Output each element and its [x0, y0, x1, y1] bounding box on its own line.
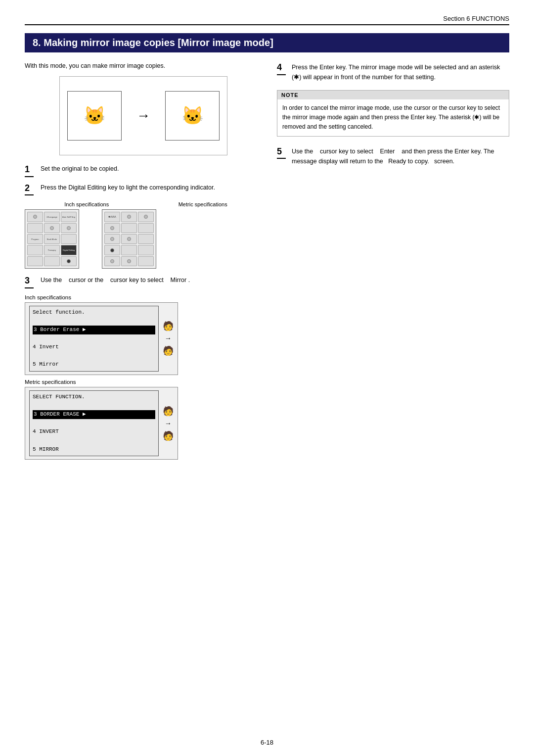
mirror-inner: 🐱 → 🐱: [67, 91, 220, 141]
kk: [104, 234, 120, 244]
step-3-number: 3: [25, 276, 36, 288]
kk: [121, 256, 137, 266]
lcd-inch-line4: 5 Mirror: [33, 360, 155, 369]
kk: [27, 245, 43, 255]
right-column: 4 Press the Enter key. The mirror image …: [277, 62, 509, 462]
mirrored-cat: 🐱: [165, 91, 220, 141]
kbd-inch-panel: ⊙/Language Auto Sel/Filing Program Book …: [25, 209, 79, 269]
step-4: 4 Press the Enter key. The mirror image …: [277, 62, 509, 82]
kk: [138, 256, 154, 266]
kk: [104, 223, 120, 233]
intro-text: With this mode, you can make mirror imag…: [25, 62, 262, 69]
kk: [121, 212, 137, 222]
arrow-icon: →: [136, 108, 150, 124]
note-box: NOTE In order to cancel the mirror image…: [277, 90, 509, 137]
lcd-inch-icons: 🧑 → 🧑: [163, 306, 174, 372]
page-number: 6-18: [261, 739, 273, 746]
kk: [27, 223, 43, 233]
content-columns: With this mode, you can make mirror imag…: [25, 62, 509, 462]
person-icon-3: 🧑: [163, 406, 174, 417]
step-1-text: Set the original to be copied.: [41, 164, 119, 174]
original-cat: 🐱: [67, 91, 122, 141]
lcd-metric-line4: 5 MIRROR: [33, 445, 155, 454]
section-title: Section 6 FUNCTIONS: [443, 15, 509, 22]
kk: [44, 256, 60, 266]
kk: Digital Editing: [61, 245, 77, 255]
section-header: Section 6 FUNCTIONS: [25, 15, 509, 25]
step-5: 5 Use the cursor key to select Enter and…: [277, 146, 509, 166]
page: Section 6 FUNCTIONS 8. Making mirror ima…: [0, 0, 534, 756]
kbd-panels: ⊙/Language Auto Sel/Filing Program Book …: [25, 209, 262, 269]
kk: [121, 223, 137, 233]
lcd-inch-screen: Select function. 3 Border Erase ▶ 4 Inve…: [29, 306, 159, 372]
step-2-text: Press the Digital Editing key to light t…: [41, 183, 215, 192]
kk: [138, 212, 154, 222]
kk: [138, 223, 154, 233]
lcd-inch-line1: Select function.: [33, 308, 155, 317]
arrow-icon-lcd: →: [166, 334, 170, 342]
note-body: In order to cancel the mirror image mode…: [277, 99, 509, 136]
step-4-text: Press the Enter key. The mirror image mo…: [292, 62, 509, 82]
step-2-number: 2: [25, 183, 36, 196]
step-1-number: 1: [25, 164, 36, 177]
kk: [121, 245, 137, 255]
mirror-illustration: 🐱 → 🐱: [59, 76, 227, 155]
metric-spec-label: Metric specifications: [25, 379, 262, 385]
lcd-inch-line2: 3 Border Erase ▶: [33, 326, 155, 334]
step-2: 2 Press the Digital Editing key to light…: [25, 183, 262, 196]
step-3: 3 Use the cursor or the cursor key to se…: [25, 276, 262, 460]
step-4-number: 4: [277, 62, 288, 75]
kk: [138, 245, 154, 255]
kk: [61, 234, 77, 244]
kbd-labels: Inch specifications Metric specification…: [25, 201, 262, 207]
kk: Transpcy: [44, 245, 60, 255]
kk: Program: [27, 234, 43, 244]
inch-spec-label: Inch specifications: [25, 294, 262, 300]
lcd-inch-line3: 4 Invert: [33, 343, 155, 352]
lcd-metric-icons: 🧑 → 🧑: [163, 390, 174, 456]
lcd-metric-line2: 3 BORDER ERASE ▶: [33, 410, 155, 419]
kk: [61, 256, 77, 266]
keyboard-section: Inch specifications Metric specification…: [25, 201, 262, 269]
kbd-metric-grid: ✱/AAA: [104, 212, 154, 266]
kk: Auto Sel/Filing: [61, 212, 77, 222]
kk: [138, 234, 154, 244]
lcd-metric-box: SELECT FUNCTION. 3 BORDER ERASE ▶ 4 INVE…: [25, 387, 178, 460]
kk: ✱/AAA: [104, 212, 120, 222]
kk: [121, 234, 137, 244]
step-5-inner: 5 Use the cursor key to select Enter and…: [277, 146, 509, 166]
metric-spec-label-kbd: Metric specifications: [178, 201, 227, 207]
kk: [27, 256, 43, 266]
arrow-icon-lcd2: →: [166, 420, 170, 427]
lcd-metric-screen: SELECT FUNCTION. 3 BORDER ERASE ▶ 4 INVE…: [29, 390, 159, 456]
kk: ⊙/Language: [44, 212, 60, 222]
step-3-text: Use the cursor or the cursor key to sele…: [41, 276, 190, 285]
note-header: NOTE: [277, 91, 509, 99]
kbd-inch-grid: ⊙/Language Auto Sel/Filing Program Book …: [27, 212, 77, 266]
kbd-metric-panel: ✱/AAA: [102, 209, 156, 269]
step-5-number: 5: [277, 146, 288, 159]
kk: [104, 245, 120, 255]
kk: [104, 256, 120, 266]
step-5-text: Use the cursor key to select Enter and t…: [292, 146, 509, 166]
lcd-metric-line3: 4 INVERT: [33, 427, 155, 436]
step-1: 1 Set the original to be copied.: [25, 164, 262, 177]
kk: [27, 212, 43, 222]
kk: [44, 223, 60, 233]
step-3-header: 3 Use the cursor or the cursor key to se…: [25, 276, 262, 288]
person-icon-1: 🧑: [163, 321, 174, 331]
kk: Book Mode: [44, 234, 60, 244]
lcd-inch-box: Select function. 3 Border Erase ▶ 4 Inve…: [25, 302, 178, 375]
person-icon-4: 🧑: [163, 430, 174, 441]
page-title: 8. Making mirror image copies [Mirror im…: [25, 33, 509, 52]
kk: [61, 223, 77, 233]
lcd-metric-line1: SELECT FUNCTION.: [33, 393, 155, 402]
person-icon-2: 🧑: [163, 345, 174, 356]
left-column: With this mode, you can make mirror imag…: [25, 62, 262, 462]
inch-spec-label-kbd: Inch specifications: [64, 201, 109, 207]
